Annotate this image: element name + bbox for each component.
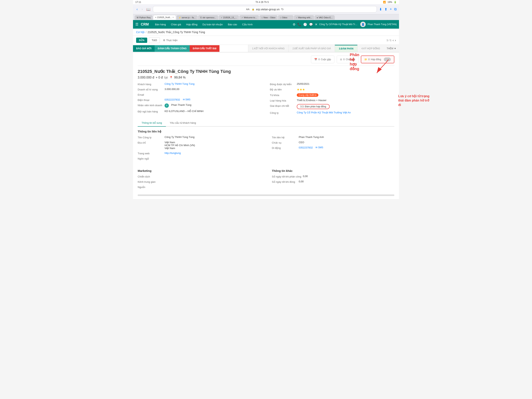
prev-record-button[interactable]: ‹	[393, 39, 393, 42]
text-size-control[interactable]: AA	[246, 8, 249, 11]
field-doi-ngu: Đội ngũ bán hàng KD ILOTUSLAND – HỒ CHÍ …	[138, 110, 262, 113]
record-form: Khách hàng Công Ty TNHH Tùng Tùng Doanh …	[138, 82, 394, 116]
battery-indicator: 19%	[387, 1, 392, 4]
stage-step-4[interactable]: 4. KÝ HỢP ĐỒNG	[357, 45, 384, 52]
value-ten-lien-he: Phan Thanh Tung Anh	[299, 135, 324, 139]
nav-cau-hinh[interactable]: Cấu hình	[240, 21, 255, 27]
stage-detail-value[interactable]: 3.3. Đàm phán hợp đồng	[297, 104, 330, 109]
tab-label-4: okr opensou...	[203, 16, 216, 19]
sms-button-2[interactable]: ✉ SMS	[316, 146, 323, 149]
clock-icon[interactable]: 🕐	[303, 23, 307, 26]
tab-okr[interactable]: G okr opensou...	[198, 15, 218, 20]
page-info: 1 / 1	[386, 39, 391, 42]
tab-python-req[interactable]: W Python Req	[134, 15, 153, 20]
address-bar[interactable]: AA 🔒 erp.vietan-group.vn ↻	[153, 6, 377, 13]
nav-chao-gia[interactable]: Chào giá	[169, 21, 184, 27]
address-line-1: Việt Nam	[165, 141, 195, 144]
tab-welcome[interactable]: ✓ Welcome to...	[239, 15, 259, 20]
stage-step-2[interactable]: 2. ĐỀ XUẤT GIẢI PHÁP VÀ BÁO GIÁ	[288, 45, 335, 52]
field-dien-thoai: Điện thoại 03522237832 ✉ SMS	[138, 98, 262, 102]
next-record-button[interactable]: ›	[395, 39, 396, 42]
meetings-count: 0	[318, 58, 320, 61]
tag-badge[interactable]: Cung cấp thiết bị	[297, 93, 318, 97]
nav-du-toan[interactable]: Dự toán lợi nhuận	[200, 21, 225, 27]
tab-current[interactable]: × 210525_Nướ... ✕	[153, 15, 176, 20]
value-dien-thoai[interactable]: 03522237832	[165, 98, 180, 101]
tabs-button[interactable]: ⧉	[394, 7, 397, 12]
settings-icon[interactable]: ⚙	[293, 23, 295, 26]
new-tab-button[interactable]: +	[390, 7, 392, 12]
share-button[interactable]: ⬆	[384, 7, 387, 12]
hamburger-menu-button[interactable]: ☰	[135, 22, 139, 26]
label-giai-doan: Giai đoạn chi tiết	[270, 104, 295, 107]
value-trang-web[interactable]: http://tungtung	[165, 152, 181, 154]
nav-bao-cao[interactable]: Báo cáo	[226, 21, 240, 27]
tab-label-10: VAG Odoo E...	[319, 16, 333, 19]
meetings-smart-btn[interactable]: 📅 0 Cuộc gặp	[311, 56, 334, 63]
stage-step-3[interactable]: 3. ĐÀM PHÁN	[335, 45, 357, 52]
forward-button[interactable]: ›	[140, 7, 144, 12]
bookmark-button[interactable]: 📖	[146, 7, 151, 12]
more-stages-button[interactable]: THÊM ▼	[384, 45, 399, 52]
value-doanh-so: 3.000.000,00	[165, 88, 179, 90]
new-quote-button[interactable]: BÁO GIÁ MỚI	[133, 45, 155, 52]
user-avatar[interactable]: 👤	[360, 22, 366, 27]
tab-additional-info[interactable]: Thông tin bổ sung	[138, 119, 166, 127]
sms-button-1[interactable]: ✉ SMS	[183, 98, 190, 101]
download-button[interactable]: ⬇	[379, 7, 382, 12]
tab-favicon-8: □	[280, 17, 281, 19]
label-ngon-ngu: Ngôn ngữ	[138, 157, 163, 160]
label-ten-lien-he: Tên liên hệ	[272, 135, 297, 139]
breadcrumb-parent[interactable]: Cơ hội	[136, 31, 145, 34]
amount-value: 3.000.000 đ	[138, 76, 154, 79]
chat-icon[interactable]: 💬	[309, 23, 313, 26]
address-line-3: Việt Nam	[165, 147, 195, 150]
tab-210526[interactable]: ✓ 210526_13_...	[219, 15, 239, 20]
close-icon[interactable]: ✕	[315, 23, 317, 26]
wifi-icon: 📶	[383, 1, 386, 4]
tab-new-odoo[interactable]: □ New – Odoo	[259, 15, 278, 20]
label-ngay-phan-cong: Số ngày tới khi phân công	[272, 175, 301, 178]
value-cong-ty[interactable]: Công Ty Cổ Phần Kỹ Thuật Môi Trường Việt…	[297, 111, 351, 114]
status-date: Th 4 26 Th 5	[255, 1, 269, 4]
tab-label-5: 210526_13_...	[223, 16, 237, 19]
tab-warning[interactable]: ○ Warning whil...	[294, 15, 314, 20]
back-button[interactable]: ‹	[135, 7, 139, 12]
avatar-initials: 👤	[361, 23, 365, 26]
tab-vag[interactable]: ● VAG Odoo E...	[315, 15, 335, 20]
value-chuc-vu: CEO	[299, 141, 304, 144]
horizontal-scrollbar[interactable]	[138, 194, 394, 196]
nav-hop-dong[interactable]: Hợp đồng	[184, 21, 200, 27]
priority-stars[interactable]: ★★★	[297, 88, 305, 91]
edit-button[interactable]: SỬA	[136, 38, 147, 43]
stage-num-1: 1.	[252, 47, 254, 50]
tab-customer-request[interactable]: Yêu cầu từ khách hàng	[166, 119, 200, 127]
create-button[interactable]: TẠO	[149, 37, 160, 43]
nav-ban-hang[interactable]: Bán hàng	[153, 21, 168, 27]
phone-icon[interactable]: 📞	[297, 23, 301, 26]
value-di-dong[interactable]: 0352237832	[299, 146, 313, 149]
value-nhan-vien: Phan Thanh Tùng	[171, 103, 191, 106]
tab-close-icon[interactable]: ✕	[172, 16, 174, 19]
stage-num-2: 2.	[292, 47, 294, 50]
value-doi-ngu: KD ILOTUSLAND – HỒ CHÍ MINH	[165, 110, 203, 113]
field-dia-chi: Địa chỉ Việt Nam HCM TP Hồ Chí Minh (VN)…	[138, 141, 260, 150]
tab-serverjs[interactable]: ⚡ server.js – fa...	[177, 15, 198, 20]
other-title: Thông tin khác	[272, 169, 394, 172]
label-doi-ngu: Đội ngũ bán hàng	[138, 110, 163, 113]
stage-step-1[interactable]: 1. KẾT NỐI VỚI KHÁCH HÀNG	[248, 45, 288, 52]
tab-label-8: Odoo	[282, 16, 287, 19]
mark-success-button[interactable]: ĐÁNH DẤU THÀNH CÔNG	[155, 45, 190, 52]
form-left-column: Khách hàng Công Ty TNHH Tùng Tùng Doanh …	[138, 82, 262, 116]
field-tu-khoa: Từ khóa Cung cấp thiết bị	[270, 93, 394, 97]
tab-favicon-4: G	[200, 17, 202, 19]
other-section: Thông tin khác Số ngày tới khi phân công…	[272, 166, 394, 191]
action-menu[interactable]: ⚙ Thực hiện	[163, 39, 177, 42]
reload-button[interactable]: ↻	[281, 7, 284, 11]
mark-fail-button[interactable]: ĐÁNH DẤU THẤT BẠI	[190, 45, 219, 52]
meetings-label: Cuộc gặp	[321, 58, 331, 61]
tab-odoo[interactable]: □ Odoo	[278, 15, 293, 20]
field-loai-hang: Loại hàng hóa Thiết bị Endress + Hauser	[270, 99, 394, 102]
stage-label-3: ĐÀM PHÁN	[341, 47, 354, 50]
value-khach-hang[interactable]: Công Ty TNHH Tùng Tùng	[165, 82, 195, 85]
